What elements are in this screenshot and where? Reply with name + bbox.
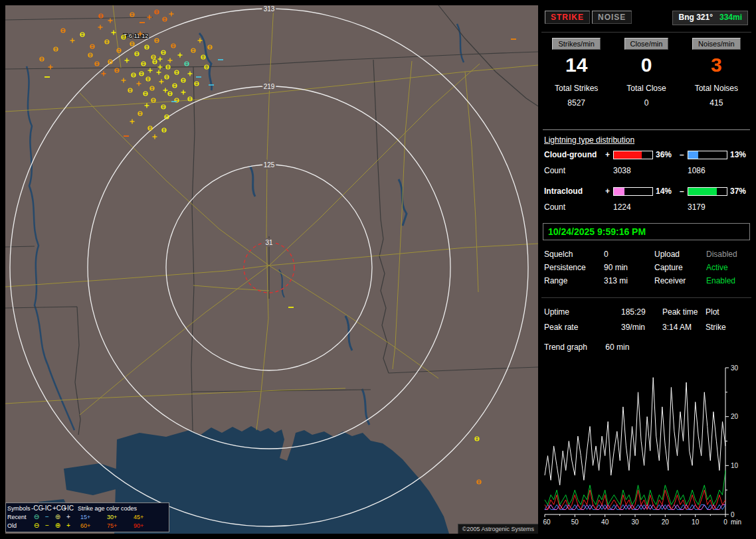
trend-graph-chart: 01020306050403020100min <box>541 352 751 534</box>
status-panel: STRIKE NOISE Bng 321°334mi Strikes/min 1… <box>541 5 751 534</box>
ic-minus-gauge <box>688 187 727 196</box>
legend-symbol: + <box>63 513 74 521</box>
total-strikes-label: Total Strikes <box>541 84 611 93</box>
ic-minus-count: 3179 <box>688 202 706 212</box>
receiver-label: Receiver <box>654 276 686 285</box>
legend-age-title: Strike age color codes <box>78 505 137 512</box>
minus-sign: – <box>680 150 684 159</box>
cg-plus-percent: 36% <box>656 150 672 159</box>
cg-plus-count: 3038 <box>613 166 631 175</box>
legend-symbol: ⊕ <box>52 522 63 530</box>
legend-symbol: ⊕ <box>52 513 63 521</box>
intracloud-label: Intracloud <box>544 187 583 196</box>
total-close-value: 0 <box>611 98 681 108</box>
count-label: Count <box>544 202 565 212</box>
close-per-min-block: Close/min 0 Total Close 0 <box>611 37 681 108</box>
rate-counters: Strikes/min 14 Total Strikes 8527 Close/… <box>541 37 751 108</box>
y-tick-label: 20 <box>731 413 739 420</box>
legend-col-pos-cg: +CG <box>52 504 63 512</box>
upload-label: Upload <box>654 250 680 259</box>
strikes-per-min-chip: Strikes/min <box>552 38 600 50</box>
range-ring-label: 313 <box>264 5 275 13</box>
map-legend: Symbols -CG -IC +CG +IC Strike age color… <box>5 502 169 532</box>
range-label: Range <box>544 276 567 285</box>
intracloud-count-row: Count 1224 3179 <box>541 202 751 212</box>
legend-col-neg-ic: -IC <box>42 504 52 512</box>
persistence-label: Persistence <box>544 263 586 272</box>
legend-row-old: Old⊖−⊕+60+75+90+ <box>7 521 167 530</box>
capture-status: Active <box>706 263 728 272</box>
settings-row: Squelch 0 Upload Disabled <box>541 250 751 263</box>
uptime-value: 185:29 <box>621 307 646 317</box>
y-tick-label: 0 <box>731 511 735 518</box>
settings-grid: Squelch 0 Upload Disabled Persistence 90… <box>541 248 751 289</box>
strike-indicator-button[interactable]: STRIKE <box>545 11 590 24</box>
bearing-display: Bng 321°334mi <box>672 11 748 25</box>
x-tick-label: 60 <box>543 518 551 526</box>
age-code: 75+ <box>106 522 132 529</box>
x-tick-label: 50 <box>571 518 579 526</box>
trend-window-value: 60 min <box>605 343 629 352</box>
range-ring-label: 125 <box>264 161 275 169</box>
ic-minus-percent: 37% <box>730 187 746 196</box>
cg-minus-count: 1086 <box>688 166 706 175</box>
ic-plus-percent: 14% <box>656 187 672 196</box>
y-tick-label: 30 <box>731 364 739 372</box>
separator <box>543 129 750 130</box>
age-code: 90+ <box>132 522 159 529</box>
x-axis-unit: min <box>731 518 741 526</box>
bearing-label: Bng 321° <box>678 13 712 22</box>
cloud-ground-count-row: Count 3038 1086 <box>541 166 751 175</box>
legend-symbol: ⊖ <box>31 522 42 530</box>
legend-col-neg-cg: -CG <box>31 504 42 512</box>
close-per-min-value: 0 <box>611 54 681 76</box>
peak-rate-value: 39/min <box>621 323 645 332</box>
stats-grid: Uptime 185:29 Peak time Plot Peak rate 3… <box>541 297 751 338</box>
lightning-map[interactable]: 31321912531T-6 11:12 Symbols -CG -IC +CG… <box>5 5 538 534</box>
minus-sign: – <box>680 187 684 196</box>
bearing-range: 334mi <box>719 13 742 22</box>
strikes-per-min-value: 14 <box>541 54 611 76</box>
x-tick-label: 30 <box>631 518 639 526</box>
plot-label: Plot <box>706 307 719 317</box>
legend-col-pos-ic: +IC <box>63 504 74 512</box>
peak-time-value: 3:14 AM <box>662 323 692 332</box>
legend-symbol: ⊖ <box>31 513 42 521</box>
settings-row: Range 313 mi Receiver Enabled <box>541 276 751 289</box>
strikes-per-min-block: Strikes/min 14 Total Strikes 8527 <box>541 37 611 108</box>
range-value: 313 mi <box>604 276 628 285</box>
legend-title: Symbols <box>7 505 31 512</box>
y-tick-label: 10 <box>731 462 739 469</box>
legend-header-row: Symbols -CG -IC +CG +IC Strike age color… <box>7 504 167 512</box>
settings-row: Persistence 90 min Capture Active <box>541 263 751 276</box>
age-code: 30+ <box>106 514 132 520</box>
plus-sign: + <box>605 150 610 159</box>
trend-graph-label: Trend graph <box>544 343 587 352</box>
squelch-value: 0 <box>604 250 609 259</box>
age-code: 45+ <box>132 514 159 520</box>
toolbar: STRIKE NOISE Bng 321°334mi <box>541 5 751 33</box>
noises-per-min-block: Noises/min 3 Total Noises 415 <box>682 37 751 108</box>
distribution-title: Lightning type distribution <box>544 135 634 145</box>
stats-row: Uptime 185:29 Peak time Plot <box>541 307 751 321</box>
legend-symbol: − <box>42 513 52 521</box>
close-per-min-chip: Close/min <box>624 38 669 50</box>
total-noises-value: 415 <box>682 98 751 108</box>
range-ring-label: 31 <box>265 239 273 246</box>
legend-symbol: − <box>42 522 52 530</box>
cg-plus-gauge <box>613 151 653 159</box>
storm-cell-label: T-6 11:12 <box>124 33 148 39</box>
copyright-notice: ©2005 Astrogenic Systems <box>458 524 538 534</box>
x-tick-label: 0 <box>723 518 727 526</box>
range-ring-label: 219 <box>264 83 275 90</box>
intracloud-row: Intracloud + 14% – 37% <box>541 187 751 196</box>
noise-indicator-button[interactable]: NOISE <box>592 11 632 24</box>
total-noises-label: Total Noises <box>682 84 751 93</box>
noises-per-min-value: 3 <box>682 54 751 76</box>
x-tick-label: 20 <box>662 518 670 526</box>
legend-row-recent: Recent⊖−⊕+15+30+45+ <box>7 512 167 521</box>
capture-label: Capture <box>654 263 683 272</box>
upload-status: Disabled <box>706 250 737 259</box>
squelch-label: Squelch <box>544 250 573 259</box>
cg-minus-percent: 13% <box>730 150 746 159</box>
